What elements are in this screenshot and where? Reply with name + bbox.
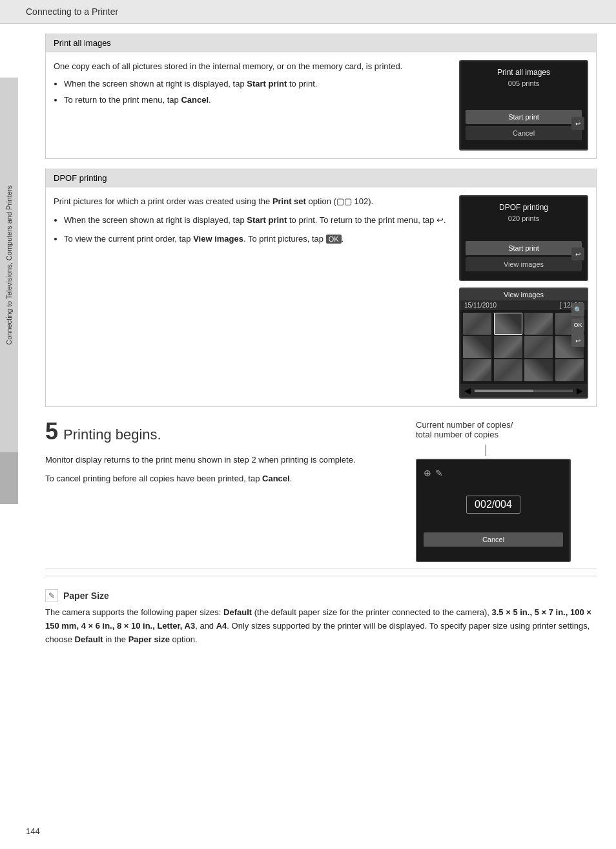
dpof-screen-1: DPOF printing 020 prints Start print Vie… [459,195,588,281]
step-body-2: To cancel printing before all copies hav… [45,472,396,486]
grid-cell-2 [494,313,522,335]
page-header: Connecting to a Printer [0,0,616,24]
print-all-images-body: One copy each of all pictures stored in … [46,52,596,158]
dpof-screen-1-inner: DPOF printing 020 prints Start print Vie… [460,196,587,280]
dpof-bullets: When the screen shown at right is displa… [64,214,446,246]
copies-label: Current number of copies/total number of… [416,420,597,439]
grid-cell-5 [463,336,491,358]
print-all-images-bullets: When the screen shown at right is displa… [64,78,446,107]
dpof-start-print-btn: Start print [466,241,582,255]
zoom-btn: 🔍 [571,303,584,316]
view-images-header: View images [460,289,587,300]
paper-size-option-bold: Paper size [128,634,170,644]
cancel-bold-1: Cancel [181,95,209,105]
screen-back-btn-2: ↩ [571,247,584,260]
step-5-section: 5 Printing begins. Monitor display retur… [45,420,597,569]
dpof-view-images-btn: View images [466,257,582,271]
view-images-main: 🔍 OK ↩ [460,310,587,384]
cancel-bold-2: Cancel [262,474,290,483]
note-body: The camera supports the following paper … [45,606,597,646]
view-nav: ◀ ▶ [460,384,587,397]
sizes-bold: 3.5 × 5 in., 5 × 7 in., 100 × 150 mm, 4 … [45,607,591,631]
dpof-screen-title: DPOF printing [466,203,582,212]
back-btn: ↩ [571,334,584,347]
view-grid [460,310,587,384]
default-bold-2: Default [75,634,103,644]
start-print-bold-1: Start print [247,79,287,89]
dpof-body: Print pictures for which a print order w… [46,187,596,406]
nav-track [475,390,573,392]
print-counter: 002/004 [466,496,520,514]
dpof-screens: DPOF printing 020 prints Start print Vie… [459,195,588,399]
step-body-1: Monitor display returns to the print men… [45,454,396,467]
start-print-bold-2: Start print [247,215,287,225]
print-screen: ⊕ ✎ 002/004 Cancel [416,459,571,562]
view-date: 15/11/2010 [464,302,497,309]
grid-cell-12 [555,359,584,381]
grid-cell-3 [524,313,553,335]
sidebar-tab [0,452,18,504]
grid-cell-10 [494,359,522,381]
note-icon: ✎ [45,589,58,602]
step-title-container: 5 Printing begins. [45,420,396,448]
view-controls: 🔍 OK ↩ [571,303,584,347]
step-title: Printing begins. [63,423,161,443]
screen-subtitle-1: 005 prints [466,79,582,87]
sidebar-vertical: Connecting to Televisions, Computers and… [0,78,18,452]
edit-icon: ✎ [435,468,443,478]
grid-cell-1 [463,313,491,335]
a4-bold: A4 [216,621,227,631]
step-number: 5 [45,420,58,443]
divider [45,576,597,576]
arrow-annotation [416,445,597,456]
step-5-right: Current number of copies/total number of… [416,420,597,562]
view-images-screen: View images 15/11/2010 [ 12/ 20] [459,288,588,399]
dpof-bullet-2: To view the current print order, tap Vie… [64,233,446,246]
print-cancel-btn: Cancel [424,532,563,547]
dpof-text: Print pictures for which a print order w… [54,195,446,399]
print-all-images-section: Print all images One copy each of all pi… [45,34,597,159]
dpof-section: DPOF printing Print pictures for which a… [45,169,597,407]
view-images-bold: View images [193,234,243,244]
note-title: Paper Size [63,591,109,601]
dpof-bullet-1: When the screen shown at right is displa… [64,214,446,227]
sidebar-label: Connecting to Televisions, Computers and… [5,185,13,345]
print-progress-area: 002/004 [424,482,563,527]
ok-btn-inline: OK [326,235,342,244]
power-icon: ⊕ [424,468,431,478]
dpof-screen-subtitle: 020 prints [466,215,582,222]
grid-cell-9 [463,359,491,381]
ok-btn: OK [571,319,584,331]
print-set-bold: Print set [272,196,306,206]
print-screen-inner: ⊕ ✎ 002/004 Cancel [417,460,570,554]
grid-cell-11 [524,359,553,381]
dpof-description: Print pictures for which a print order w… [54,195,446,209]
nav-right: ▶ [577,386,583,395]
main-content: Print all images One copy each of all pi… [26,34,616,685]
page-number: 144 [26,826,40,836]
print-all-images-title: Print all images [46,34,596,52]
default-bold: Default [223,607,252,617]
screen-back-btn-1: ↩ [571,117,584,130]
screen-inner-1: Print all images 005 prints Start print … [460,61,587,149]
note-header: ✎ Paper Size [45,589,597,602]
print-all-images-bullet-2: To return to the print menu, tap Cancel. [64,94,446,107]
print-icons: ⊕ ✎ [424,468,563,478]
print-all-images-screen: Print all images 005 prints Start print … [459,60,588,151]
screen-start-print-1: Start print [466,110,582,124]
view-date-bar: 15/11/2010 [ 12/ 20] [460,300,587,310]
grid-cell-6 [494,336,522,358]
print-all-images-text: One copy each of all pictures stored in … [54,60,446,151]
print-all-images-bullet-1: When the screen shown at right is displa… [64,78,446,91]
dpof-title: DPOF printing [46,169,596,187]
screen-title-1: Print all images [466,68,582,77]
arrow-line [486,445,597,456]
page-header-title: Connecting to a Printer [26,6,118,17]
screen-cancel-1: Cancel [466,126,582,140]
grid-cell-7 [524,336,553,358]
nav-left: ◀ [464,386,471,395]
step-5-left: 5 Printing begins. Monitor display retur… [45,420,396,562]
print-all-images-description: One copy each of all pictures stored in … [54,60,446,74]
paper-size-note: ✎ Paper Size The camera supports the fol… [45,589,597,653]
